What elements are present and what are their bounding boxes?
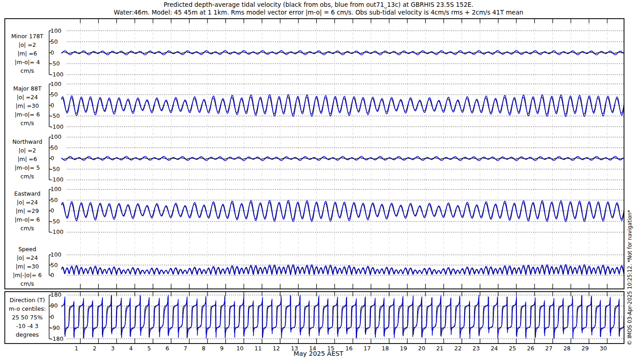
panel-label-minor-line0: Minor 178T [4, 32, 51, 40]
tidal-velocity-figure: Predicted depth-average tidal velocity (… [0, 0, 637, 364]
ytick-speed-50: 50 [51, 262, 58, 268]
ytick-northward--50: -50 [51, 166, 60, 172]
day-label-1: 1 [75, 345, 78, 352]
panel-label-eastward-line2: |m| =29 [4, 207, 51, 215]
day-label-5: 5 [147, 345, 151, 352]
value-gridlines-eastward [67, 189, 624, 232]
day-label-27: 27 [545, 345, 552, 352]
ytick-northward-0: 0 [51, 155, 54, 162]
panel-label-minor-line2: |m| =6 [4, 49, 51, 58]
ytick-major--50: -50 [51, 112, 60, 119]
panel-label-major-line3: |m-o|= 6 [4, 110, 51, 119]
panel-label-speed-line3: |m|-|o|= 6 [4, 271, 51, 279]
panel-label-speed-line4: cm/s [4, 279, 51, 288]
day-label-8: 8 [202, 345, 206, 352]
panel-label-northward-line4: cm/s [4, 172, 51, 181]
day-label-10: 10 [236, 345, 243, 352]
imos-watermark: © IMOS 03-Apr-2025 10:25:12. *Not for na… [627, 210, 633, 345]
ytick-minor--100: -100 [51, 71, 63, 78]
ytick-direction-180: 180 [51, 291, 61, 298]
day-label-24: 24 [490, 345, 498, 352]
ytick-major-50: 50 [51, 91, 58, 98]
day-label-2: 2 [93, 345, 96, 352]
day-tick-marks [81, 19, 607, 344]
ytick-eastward--100: -100 [51, 228, 63, 235]
day-label-23: 23 [473, 345, 480, 352]
ytick-direction-90: 90 [51, 302, 58, 309]
ytick-major-100: 100 [51, 81, 61, 87]
day-label-26: 26 [527, 345, 534, 352]
ytick-minor-50: 50 [51, 38, 58, 45]
panel-label-major-line1: |o| =24 [4, 93, 51, 101]
day-label-29: 29 [581, 345, 589, 352]
ytick-eastward--50: -50 [51, 218, 60, 225]
panel-label-minor-line3: |m-o|= 4 [4, 58, 51, 66]
panel-label-major-line0: Major 88T [4, 84, 51, 93]
day-label-4: 4 [129, 345, 133, 352]
ytick-northward-100: 100 [51, 133, 61, 140]
ytick-direction--90: -90 [51, 324, 60, 331]
day-label-3: 3 [111, 345, 115, 352]
panel-label-major-line2: |m| =30 [4, 101, 51, 110]
ytick-northward-50: 50 [51, 144, 58, 151]
panel-label-major-line4: cm/s [4, 119, 51, 127]
panel-label-northward-line3: |m-o|= 5 [4, 163, 51, 172]
day-label-28: 28 [563, 345, 571, 352]
day-label-6: 6 [166, 345, 169, 352]
ytick-speed-0: 0 [51, 272, 54, 278]
day-label-25: 25 [509, 345, 516, 352]
ytick-minor--50: -50 [51, 60, 60, 67]
day-label-19: 19 [400, 345, 407, 352]
ytick-major-0: 0 [51, 102, 54, 109]
value-gridlines-major [67, 84, 624, 127]
ytick-eastward-50: 50 [51, 197, 58, 203]
panel-label-minor-line1: |o| =2 [4, 40, 51, 49]
day-label-21: 21 [436, 345, 444, 352]
panel-label-direction-line3: -10 -4 3 [4, 322, 51, 330]
ytick-direction--180: -180 [51, 335, 63, 342]
value-gridlines-direction [67, 295, 624, 339]
x-axis-title: May 2025 AEST [255, 350, 382, 357]
panel-label-direction-line2: 25 50 75% [4, 313, 51, 322]
panel-label-direction-line0: Direction (T) [4, 296, 51, 304]
day-gridlines [81, 19, 607, 344]
day-label-20: 20 [418, 345, 425, 352]
ytick-eastward-100: 100 [51, 186, 61, 192]
day-label-22: 22 [455, 345, 462, 352]
velocity-panels-frame [5, 19, 624, 289]
panel-label-eastward-line1: |o| =24 [4, 198, 51, 207]
panel-label-direction-line1: m-o centiles: [4, 304, 51, 313]
ytick-minor-0: 0 [51, 49, 54, 56]
ytick-minor-100: 100 [51, 27, 61, 34]
ytick-major--100: -100 [51, 123, 63, 130]
panel-label-northward-line2: |m| =6 [4, 155, 51, 163]
panel-label-minor-line4: cm/s [4, 66, 51, 75]
day-label-18: 18 [382, 345, 389, 352]
panel-label-speed-line2: |m| =30 [4, 262, 51, 271]
panel-label-speed-line0: Speed [4, 245, 51, 253]
day-label-7: 7 [184, 345, 187, 352]
panel-label-direction-line4: degrees [4, 330, 51, 339]
curves-speed [61, 264, 624, 274]
ytick-northward--100: -100 [51, 176, 63, 183]
day-label-9: 9 [220, 345, 223, 352]
ytick-eastward-0: 0 [51, 207, 54, 214]
plot-canvas [0, 0, 637, 364]
day-label-30: 30 [600, 345, 607, 352]
panel-label-northward-line1: |o| =2 [4, 146, 51, 155]
panel-label-speed-line1: |o| =24 [4, 253, 51, 262]
ytick-direction-0: 0 [51, 313, 54, 320]
panel-label-eastward-line4: cm/s [4, 224, 51, 233]
panel-label-eastward-line0: Eastward [4, 189, 51, 198]
panel-label-eastward-line3: |m-o|= 6 [4, 215, 51, 224]
ytick-speed-100: 100 [51, 251, 61, 258]
panel-label-northward-line0: Northward [4, 137, 51, 146]
